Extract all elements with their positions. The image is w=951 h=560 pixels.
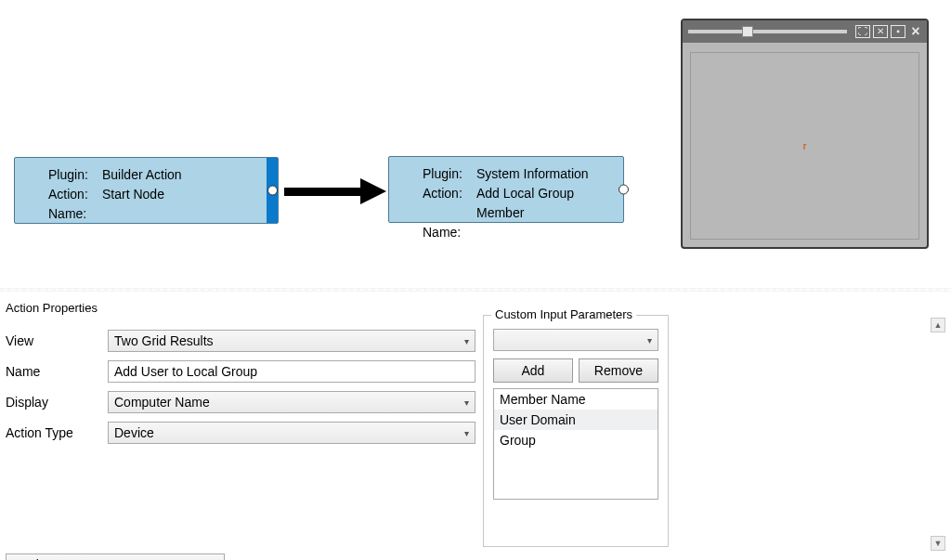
preview-titlebar[interactable]: ⛶ ✕ ▪ ×: [683, 20, 927, 43]
custom-input-parameters-title: Custom Input Parameters: [491, 307, 636, 321]
action-type-select[interactable]: Device ▾: [108, 422, 476, 444]
expand-icon[interactable]: ✕: [873, 25, 888, 38]
splitter-horizontal[interactable]: [0, 288, 951, 292]
node-value: Add Local Group Member: [476, 184, 614, 223]
custom-input-parameters-group: Custom Input Parameters ▾ Add Remove Mem…: [483, 315, 669, 547]
node-label: Action:: [423, 184, 471, 223]
action-properties-title: Action Properties: [6, 301, 476, 315]
preview-content: r: [690, 52, 919, 240]
parameter-type-select[interactable]: ▾: [493, 329, 658, 351]
preview-center-mark: r: [803, 140, 807, 151]
node-label: Name:: [48, 204, 97, 224]
chevron-down-icon: ▾: [647, 335, 652, 345]
parameter-control-type-select[interactable]: Textbox ▾: [6, 553, 225, 560]
parameter-detail-panel: ▲ ▼ Textbox ▾ Name User Domain Default V…: [6, 553, 243, 560]
name-input[interactable]: Add User to Local Group: [108, 360, 476, 383]
minimize-icon[interactable]: ▪: [891, 25, 905, 38]
list-item[interactable]: Member Name: [494, 389, 658, 410]
add-button[interactable]: Add: [493, 358, 573, 383]
node-start[interactable]: Plugin:Builder Action Action:Start Node …: [14, 157, 279, 224]
display-label: Display: [6, 395, 108, 410]
action-type-select-value: Device: [114, 425, 154, 440]
preview-slider-track[interactable]: [688, 30, 847, 33]
name-label: Name: [6, 364, 108, 379]
list-item[interactable]: Group: [494, 430, 658, 450]
scroll-down-icon[interactable]: ▼: [931, 536, 945, 551]
node-start-output-port[interactable]: [267, 186, 278, 196]
node-add-local-group-member[interactable]: Plugin:System Information Action:Add Loc…: [388, 156, 624, 223]
connector-arrow: [284, 188, 363, 196]
scroll-up-icon[interactable]: ▲: [931, 318, 945, 332]
parameters-listbox[interactable]: Member Name User Domain Group: [493, 388, 658, 500]
view-select[interactable]: Two Grid Results ▾: [108, 330, 476, 352]
node-label: Action:: [48, 185, 97, 204]
display-select-value: Computer Name: [114, 395, 210, 410]
action-properties-group: Action Properties View Two Grid Results …: [6, 301, 476, 540]
node-output-port[interactable]: [619, 185, 629, 195]
node-value: System Information: [476, 164, 589, 184]
action-type-label: Action Type: [6, 425, 108, 440]
node-value: Builder Action: [102, 165, 182, 185]
node-label: Name:: [423, 223, 471, 242]
display-select[interactable]: Computer Name ▾: [108, 391, 476, 413]
list-item[interactable]: User Domain: [494, 410, 658, 430]
name-input-value: Add User to Local Group: [114, 364, 257, 379]
remove-button[interactable]: Remove: [579, 358, 658, 383]
connector-arrow-head: [360, 178, 386, 204]
node-label: Plugin:: [423, 164, 471, 184]
view-select-value: Two Grid Results: [114, 333, 214, 348]
chevron-down-icon: ▾: [464, 428, 469, 438]
chevron-down-icon: ▾: [464, 397, 469, 408]
fullscreen-enter-icon[interactable]: ⛶: [855, 25, 870, 38]
view-label: View: [6, 333, 108, 348]
node-label: Plugin:: [48, 165, 97, 185]
preview-window[interactable]: ⛶ ✕ ▪ × r: [681, 19, 929, 249]
scrollbar-vertical[interactable]: ▲ ▼: [931, 318, 945, 551]
close-icon[interactable]: ×: [908, 25, 923, 38]
node-value: Start Node: [102, 185, 164, 204]
workflow-canvas[interactable]: Plugin:Builder Action Action:Start Node …: [0, 0, 951, 286]
chevron-down-icon: ▾: [464, 336, 469, 346]
preview-slider-thumb[interactable]: [742, 26, 753, 37]
